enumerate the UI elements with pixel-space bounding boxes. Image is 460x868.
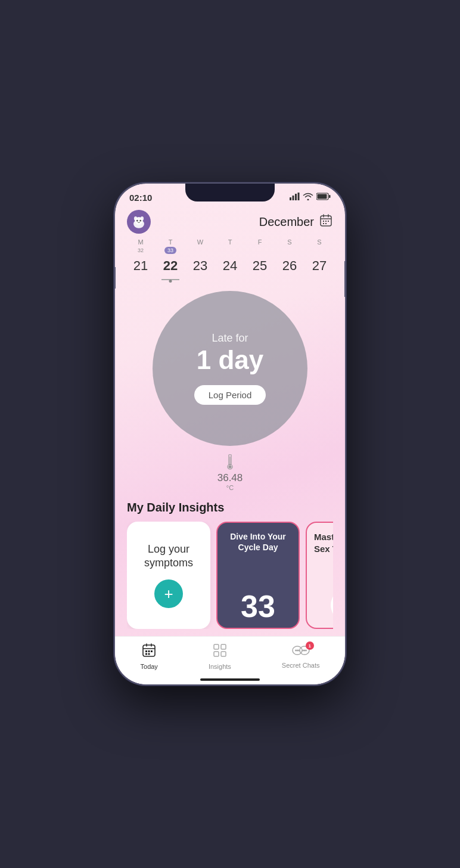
card-healthy-sex[interactable]: Master Healthy Sex Talk: [306, 522, 333, 629]
insights-title: My Daily Insights: [127, 501, 333, 514]
card-cycle-title: Dive Into Your Cycle Day: [223, 531, 293, 553]
nav-today[interactable]: Today: [141, 643, 158, 670]
phone-screen: 02:10: [115, 184, 345, 684]
svg-rect-31: [145, 650, 147, 652]
svg-rect-25: [230, 457, 231, 465]
svg-rect-6: [329, 195, 331, 198]
nav-insights[interactable]: Insights: [209, 643, 231, 670]
nav-insights-label: Insights: [209, 663, 231, 670]
status-icons: [290, 192, 331, 203]
svg-rect-22: [325, 223, 327, 224]
insights-section: My Daily Insights Log yoursymptoms + Div…: [115, 496, 345, 629]
svg-rect-35: [148, 653, 150, 655]
status-time: 02:10: [129, 193, 152, 203]
battery-icon: [316, 192, 331, 203]
month-label: December: [259, 215, 314, 229]
thermometer-icon: [225, 454, 235, 472]
power-button: [344, 261, 346, 297]
secret-chats-icon: [291, 649, 310, 659]
svg-point-47: [305, 650, 307, 652]
svg-rect-38: [214, 652, 219, 656]
bottom-nav: Today Insights: [115, 636, 345, 684]
cycle-circle[interactable]: Late for 1 day Log Period: [153, 291, 307, 446]
wifi-icon: [303, 193, 313, 202]
week-days-row: M T W T F S S: [127, 238, 333, 246]
svg-rect-3: [298, 193, 300, 200]
plus-icon: +: [164, 585, 173, 603]
svg-rect-32: [148, 650, 150, 652]
day-col-w: W: [187, 238, 214, 246]
day-cell-25[interactable]: 25: [246, 247, 273, 280]
insights-icon: [212, 643, 228, 661]
notch: [185, 184, 275, 202]
late-for-text: Late for: [212, 332, 248, 345]
temperature-unit: °C: [226, 484, 234, 491]
month-selector[interactable]: December: [259, 213, 333, 230]
svg-rect-39: [221, 652, 226, 656]
phone-frame: 02:10: [114, 182, 346, 686]
svg-point-12: [136, 220, 138, 222]
card-cycle-number: 33: [241, 591, 275, 622]
svg-rect-33: [151, 650, 153, 652]
nav-today-label: Today: [141, 663, 158, 670]
svg-point-13: [139, 220, 141, 222]
add-button[interactable]: +: [154, 579, 183, 608]
card-log-symptoms[interactable]: Log yoursymptoms +: [127, 522, 210, 629]
home-indicator: [200, 678, 260, 681]
day-col-s1: S: [276, 238, 303, 246]
svg-rect-21: [323, 223, 324, 224]
nav-secret-chats-label: Secret Chats: [282, 662, 320, 669]
day-cell-23[interactable]: 23: [187, 247, 214, 280]
card-cycle-day[interactable]: Dive Into Your Cycle Day 33: [216, 522, 300, 629]
svg-rect-1: [293, 196, 294, 200]
svg-rect-18: [323, 221, 324, 222]
svg-rect-36: [214, 644, 219, 649]
nav-badge-container: 1: [291, 644, 310, 659]
week-calendar: M T W T F S S: [115, 236, 345, 285]
svg-rect-37: [221, 644, 226, 649]
day-cell-22[interactable]: 33 22: [157, 247, 184, 280]
day-cell-21[interactable]: 32 21: [127, 247, 154, 280]
log-period-button[interactable]: Log Period: [194, 385, 266, 405]
today-icon: [141, 643, 157, 661]
svg-point-26: [229, 466, 232, 469]
temperature-value: 36.48: [217, 472, 243, 484]
svg-rect-2: [295, 194, 297, 200]
nav-secret-chats[interactable]: 1 Secret Chats: [282, 644, 320, 669]
day-cell-26[interactable]: 26: [276, 247, 303, 280]
day-number-row: 32 21 33 22 23 24: [127, 247, 333, 280]
heart-bubble: [331, 588, 333, 622]
svg-rect-5: [318, 194, 327, 199]
header: December: [115, 205, 345, 236]
volume-button: [114, 267, 116, 289]
avatar[interactable]: [127, 210, 151, 234]
svg-rect-20: [328, 221, 329, 222]
day-col-m: M: [127, 238, 154, 246]
day-cell-27[interactable]: 27: [306, 247, 333, 280]
day-col-t1: T: [157, 238, 184, 246]
nav-badge: 1: [306, 641, 314, 650]
cycle-circle-container: Late for 1 day Log Period: [115, 285, 345, 446]
temperature-section: 36.48 °C: [115, 446, 345, 496]
day-col-f: F: [246, 238, 273, 246]
day-cell-24[interactable]: 24: [216, 247, 244, 280]
card-sex-title: Master Healthy Sex Talk: [314, 531, 333, 554]
svg-rect-0: [290, 197, 291, 200]
svg-rect-19: [325, 221, 327, 222]
day-col-t2: T: [216, 238, 244, 246]
calendar-icon[interactable]: [319, 213, 333, 230]
day-col-s2: S: [306, 238, 333, 246]
insights-cards: Log yoursymptoms + Dive Into Your Cycle …: [127, 522, 333, 629]
svg-rect-34: [145, 653, 147, 655]
signal-icon: [290, 193, 300, 202]
days-count: 1 day: [197, 347, 264, 373]
card-log-text: Log yoursymptoms: [144, 542, 193, 571]
